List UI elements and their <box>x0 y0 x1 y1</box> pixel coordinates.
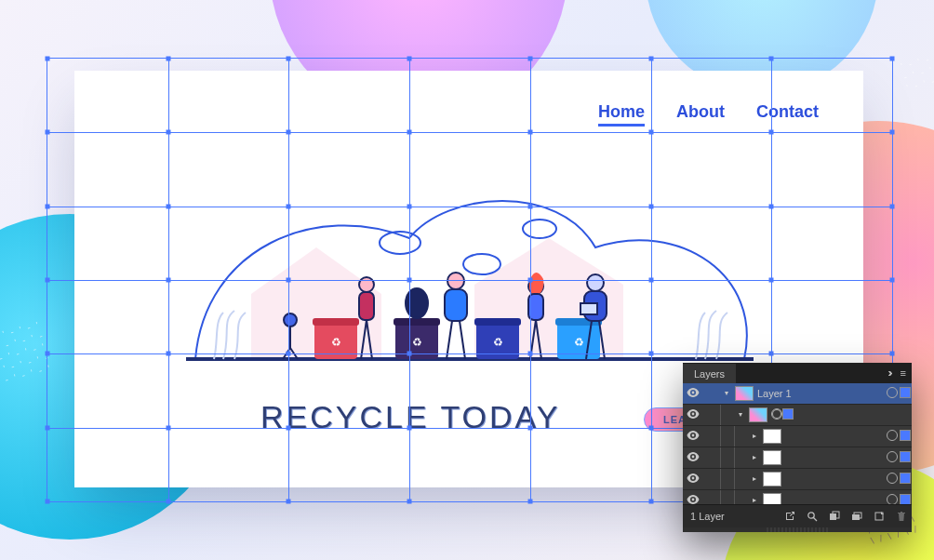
visibility-toggle-icon[interactable] <box>683 452 703 463</box>
svg-rect-37 <box>580 303 597 314</box>
svg-point-20 <box>359 277 374 292</box>
disclosure-triangle-icon[interactable]: ▸ <box>748 496 761 504</box>
svg-line-28 <box>460 321 465 359</box>
disclosure-triangle-icon[interactable]: ▾ <box>720 389 733 397</box>
visibility-toggle-icon[interactable] <box>683 388 703 399</box>
disclosure-triangle-icon[interactable]: ▸ <box>748 474 761 483</box>
panel-menu-icon[interactable]: ≡ <box>895 364 912 382</box>
svg-point-43 <box>692 499 695 501</box>
svg-text:♻: ♻ <box>493 336 503 349</box>
svg-point-40 <box>692 434 695 437</box>
expand-panel-icon[interactable]: ›› <box>884 363 895 383</box>
svg-point-25 <box>447 273 464 289</box>
bg-confetti: ' - ' - ' - ' - ' - ' - ' - ' <box>900 51 934 94</box>
target-icon[interactable] <box>886 387 899 400</box>
svg-point-33 <box>587 274 604 291</box>
recycle-scene-svg: ♻♻♻♻ <box>74 136 863 365</box>
layer-row[interactable]: ▾ <box>683 405 912 426</box>
locate-object-icon[interactable] <box>806 510 819 523</box>
selection-indicator[interactable] <box>899 473 912 486</box>
layer-row[interactable]: ▸ <box>683 447 912 469</box>
svg-line-45 <box>814 518 818 522</box>
svg-rect-26 <box>445 289 467 321</box>
layer-thumbnail[interactable] <box>735 386 754 401</box>
selection-indicator[interactable] <box>899 494 912 504</box>
visibility-toggle-icon[interactable] <box>683 495 703 504</box>
layer-thumbnail[interactable] <box>749 407 767 422</box>
svg-point-24 <box>406 288 428 318</box>
visibility-toggle-icon[interactable] <box>683 409 703 420</box>
svg-point-44 <box>808 513 814 518</box>
target-icon[interactable] <box>886 451 899 464</box>
layer-rows: ▾Layer 1▾▸▸▸▸ <box>683 383 912 504</box>
layer-thumbnail[interactable] <box>763 472 781 487</box>
layer-row[interactable]: ▸ <box>683 490 912 504</box>
panel-footer: 1 Layer <box>683 504 912 527</box>
svg-point-38 <box>692 392 695 394</box>
new-layer-icon[interactable] <box>873 510 886 523</box>
disclosure-triangle-icon[interactable]: ▾ <box>734 410 747 419</box>
svg-rect-21 <box>359 292 374 320</box>
svg-point-16 <box>284 313 297 327</box>
target-icon[interactable] <box>886 473 899 486</box>
layer-count-label: 1 Layer <box>687 511 725 522</box>
target-icon[interactable] <box>886 494 899 504</box>
layer-thumbnail[interactable] <box>763 429 781 444</box>
delete-layer-icon[interactable] <box>895 510 908 523</box>
visibility-toggle-icon[interactable] <box>683 431 703 442</box>
layers-panel[interactable]: Layers ›› ≡ ▾Layer 1▾▸▸▸▸ 1 Layer <box>683 363 912 532</box>
nav-link-home[interactable]: Home <box>598 102 645 127</box>
svg-text:♻: ♻ <box>574 336 584 349</box>
svg-point-41 <box>692 456 695 459</box>
panel-resize-grip[interactable] <box>767 527 828 532</box>
svg-text:♻: ♻ <box>331 336 341 349</box>
selection-indicator[interactable] <box>899 451 912 464</box>
selection-indicator[interactable] <box>899 430 912 443</box>
svg-rect-48 <box>852 514 860 520</box>
make-clipping-mask-icon[interactable] <box>828 510 841 523</box>
nav-link-contact[interactable]: Contact <box>756 102 819 127</box>
hero-headline: RECYCLE TODAY <box>260 399 560 435</box>
layer-row[interactable]: ▸ <box>683 426 912 447</box>
svg-point-39 <box>692 413 695 416</box>
layer-thumbnail[interactable] <box>763 493 781 504</box>
disclosure-triangle-icon[interactable]: ▸ <box>748 453 761 461</box>
layer-row[interactable]: ▸ <box>683 469 912 490</box>
new-sublayer-icon[interactable] <box>850 510 863 523</box>
target-icon[interactable] <box>886 430 899 443</box>
hero-illustration: ♻♻♻♻ <box>74 136 863 365</box>
nav-link-about[interactable]: About <box>676 102 725 127</box>
layer-name[interactable]: Layer 1 <box>757 388 886 399</box>
selection-indicator[interactable] <box>899 387 912 400</box>
layer-thumbnail[interactable] <box>763 450 781 465</box>
selection-indicator[interactable] <box>782 410 794 421</box>
svg-rect-30 <box>528 294 543 320</box>
svg-point-42 <box>692 477 695 480</box>
svg-point-1 <box>463 254 500 274</box>
svg-line-27 <box>447 321 452 359</box>
svg-point-2 <box>523 220 556 238</box>
panel-tab-layers[interactable]: Layers <box>683 364 736 383</box>
svg-rect-7 <box>394 318 440 326</box>
svg-rect-9 <box>474 318 521 326</box>
layer-row[interactable]: ▾Layer 1 <box>683 383 912 405</box>
visibility-toggle-icon[interactable] <box>683 473 703 485</box>
svg-text:♻: ♻ <box>412 336 422 349</box>
export-icon[interactable] <box>783 510 796 523</box>
nav-bar: Home About Contact <box>598 102 819 127</box>
layer-name[interactable] <box>771 408 912 421</box>
svg-rect-5 <box>313 318 359 326</box>
disclosure-triangle-icon[interactable]: ▸ <box>748 432 761 440</box>
target-icon[interactable] <box>771 410 782 421</box>
panel-tabbar[interactable]: Layers ›› ≡ <box>683 363 912 383</box>
